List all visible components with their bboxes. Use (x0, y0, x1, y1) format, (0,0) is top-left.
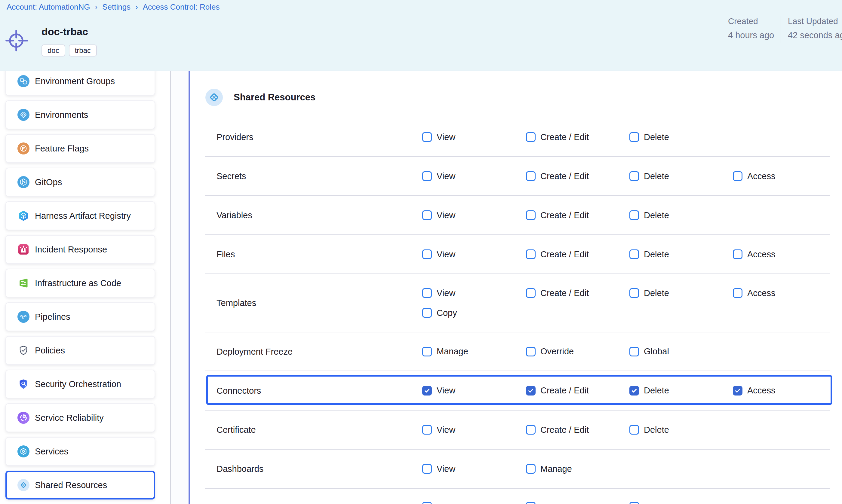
resource-label: Templates (216, 298, 256, 308)
checkbox-label: Manage (437, 346, 468, 357)
checkbox-box[interactable] (629, 502, 639, 504)
checkbox-label: View (437, 464, 455, 474)
checkbox-templates-delete[interactable]: Delete (629, 288, 669, 298)
checkbox-checked-icon[interactable] (422, 386, 432, 396)
checkbox-connectors-view[interactable]: View (422, 386, 455, 396)
checkbox-box[interactable] (733, 249, 742, 259)
checkbox-variables-create-edit[interactable]: Create / Edit (526, 210, 589, 220)
sidebar-item-services[interactable]: Services (5, 437, 155, 466)
checkbox-label: Access (747, 249, 775, 259)
checkbox-variables-view[interactable]: View (422, 210, 455, 220)
checkbox-connectors-create-edit[interactable]: Create / Edit (526, 386, 589, 396)
sidebar-item-label: Service Reliability (35, 413, 104, 423)
sidebar-item-label: Infrastructure as Code (35, 278, 121, 288)
checkbox-checked-icon[interactable] (733, 386, 742, 396)
checkbox-box[interactable] (629, 132, 639, 142)
checkbox-box[interactable] (526, 210, 536, 220)
checkbox-box[interactable] (422, 171, 432, 181)
checkbox-box[interactable] (733, 171, 742, 181)
checkbox-row-option[interactable] (526, 502, 536, 504)
checkbox-box[interactable] (422, 132, 432, 142)
checkbox-label: Create / Edit (540, 249, 589, 259)
checkbox-variables-delete[interactable]: Delete (629, 210, 669, 220)
sidebar-item-environments[interactable]: Environments (5, 101, 155, 129)
breadcrumb-roles-link[interactable]: Access Control: Roles (143, 2, 220, 12)
breadcrumb-account-link[interactable]: Account: AutomationNG (6, 2, 90, 12)
checkbox-box[interactable] (422, 347, 432, 357)
checkbox-connectors-access[interactable]: Access (733, 386, 775, 396)
permission-row-certificate: CertificateViewCreate / EditDelete (205, 411, 830, 450)
checkbox-box[interactable] (526, 171, 536, 181)
sidebar-item-incident-response[interactable]: Incident Response (5, 235, 155, 264)
sidebar-item-harness-artifact-registry[interactable]: Harness Artifact Registry (5, 201, 155, 230)
checkbox-secrets-access[interactable]: Access (733, 171, 775, 181)
checkbox-checked-icon[interactable] (629, 386, 639, 396)
checkbox-box[interactable] (629, 171, 639, 181)
checkbox-label: Global (644, 346, 669, 357)
checkbox-dashboards-manage[interactable]: Manage (526, 464, 572, 474)
checkbox-providers-create-edit[interactable]: Create / Edit (526, 132, 589, 142)
checkbox-secrets-delete[interactable]: Delete (629, 171, 669, 181)
sidebar-item-gitops[interactable]: GitOps (5, 168, 155, 197)
checkbox-box[interactable] (629, 425, 639, 435)
checkbox-box[interactable] (422, 210, 432, 220)
checkbox-files-access[interactable]: Access (733, 249, 775, 259)
checkbox-secrets-view[interactable]: View (422, 171, 455, 181)
sidebar-item-infrastructure-as-code[interactable]: Infrastructure as Code (5, 269, 155, 298)
checkbox-row-option[interactable] (422, 502, 432, 504)
checkbox-label: Access (747, 288, 775, 298)
checkbox-certificate-create-edit[interactable]: Create / Edit (526, 425, 589, 435)
checkbox-templates-copy[interactable]: Copy (422, 308, 457, 318)
sidebar-item-label: Harness Artifact Registry (35, 211, 131, 221)
checkbox-files-create-edit[interactable]: Create / Edit (526, 249, 589, 259)
checkbox-providers-delete[interactable]: Delete (629, 132, 669, 142)
breadcrumb-settings-link[interactable]: Settings (102, 2, 130, 12)
sidebar-item-service-reliability[interactable]: Service Reliability (5, 403, 155, 432)
checkbox-box[interactable] (526, 502, 536, 504)
checkbox-box[interactable] (422, 249, 432, 259)
checkbox-box[interactable] (422, 308, 432, 318)
checkbox-files-view[interactable]: View (422, 249, 455, 259)
checkbox-box[interactable] (733, 288, 742, 298)
checkbox-label: Delete (644, 288, 669, 298)
checkbox-dashboards-view[interactable]: View (422, 464, 455, 474)
checkbox-certificate-view[interactable]: View (422, 425, 455, 435)
sidebar-item-shared-resources[interactable]: Shared Resources (5, 471, 155, 500)
sidebar-item-feature-flags[interactable]: Feature Flags (5, 134, 155, 163)
checkbox-deployment-freeze-global[interactable]: Global (629, 347, 669, 357)
checkbox-providers-view[interactable]: View (422, 132, 455, 142)
permission-row-connectors: ConnectorsViewCreate / EditDeleteAccess (205, 371, 830, 411)
artifact-registry-icon (17, 210, 30, 222)
checkbox-box[interactable] (526, 425, 536, 435)
last-updated-label: Last Updated (788, 17, 842, 26)
checkbox-box[interactable] (422, 425, 432, 435)
sidebar-item-pipelines[interactable]: Pipelines (5, 302, 155, 331)
checkbox-certificate-delete[interactable]: Delete (629, 425, 669, 435)
checkbox-deployment-freeze-override[interactable]: Override (526, 347, 574, 357)
checkbox-box[interactable] (629, 288, 639, 298)
role-target-icon (4, 29, 28, 53)
checkbox-templates-access[interactable]: Access (733, 288, 775, 298)
checkbox-templates-view[interactable]: View (422, 288, 455, 298)
sidebar-item-environment-groups[interactable]: Environment Groups (5, 71, 155, 95)
checkbox-box[interactable] (526, 464, 536, 474)
checkbox-row-option[interactable] (629, 502, 639, 504)
checkbox-box[interactable] (422, 502, 432, 504)
checkbox-deployment-freeze-manage[interactable]: Manage (422, 347, 468, 357)
checkbox-box[interactable] (629, 347, 639, 357)
checkbox-checked-icon[interactable] (526, 386, 536, 396)
checkbox-box[interactable] (629, 210, 639, 220)
checkbox-box[interactable] (422, 288, 432, 298)
checkbox-box[interactable] (526, 347, 536, 357)
checkbox-files-delete[interactable]: Delete (629, 249, 669, 259)
checkbox-templates-create-edit[interactable]: Create / Edit (526, 288, 589, 298)
checkbox-box[interactable] (526, 132, 536, 142)
sidebar-item-policies[interactable]: Policies (5, 336, 155, 365)
sidebar-item-security-orchestration[interactable]: Security Orchestration (5, 370, 155, 398)
checkbox-box[interactable] (422, 464, 432, 474)
checkbox-connectors-delete[interactable]: Delete (629, 386, 669, 396)
checkbox-box[interactable] (629, 249, 639, 259)
checkbox-box[interactable] (526, 288, 536, 298)
checkbox-secrets-create-edit[interactable]: Create / Edit (526, 171, 589, 181)
checkbox-box[interactable] (526, 249, 536, 259)
